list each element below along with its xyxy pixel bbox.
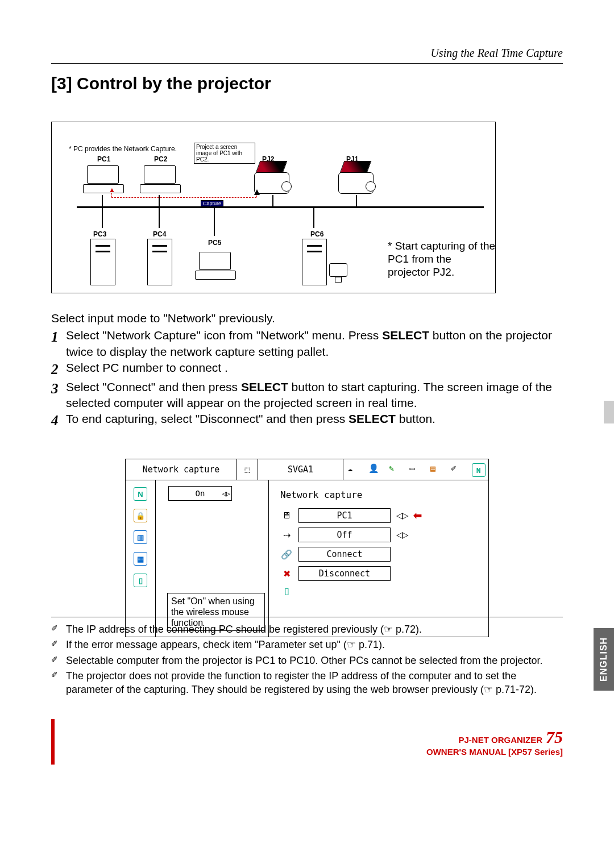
page-icon: ▯ xyxy=(134,574,147,587)
nav-lr-icon: ◁▷ xyxy=(222,489,229,498)
signal-icon: ⇢ xyxy=(280,530,293,540)
side-caption-leader xyxy=(370,206,484,207)
screen2-icon: ▦ xyxy=(134,552,147,566)
page-number: 75 xyxy=(546,728,563,746)
osd-row-page: ▯ xyxy=(280,585,477,596)
tower-pc-icon xyxy=(90,239,115,285)
n-icon: N xyxy=(134,487,147,501)
osd-center-panel: On ◁▷ Set "On" when using the wireless m… xyxy=(156,480,269,637)
hand-icon: ✐ xyxy=(51,623,61,636)
label-pc6: PC6 xyxy=(310,230,323,238)
nav-lr-icon: ◁▷ xyxy=(396,530,408,540)
step-2: 2 Select PC number to connect . xyxy=(51,360,563,379)
connect-icon: 🔗 xyxy=(280,549,293,559)
footnote-4: ✐The projector does not provide the func… xyxy=(51,670,563,696)
diagram-pc-note: * PC provides the Network Capture. xyxy=(69,145,177,153)
projector-icon xyxy=(336,164,376,196)
screen1-icon: ▥ xyxy=(134,530,147,544)
osd-topbar-mode: SVGA1 xyxy=(258,459,343,480)
language-tab: ENGLISH xyxy=(594,628,614,691)
tower-pc-icon xyxy=(302,239,327,285)
osd-row-disconnect: ✖ Disconnect xyxy=(280,566,477,581)
footnote-1: ✐The IP address of the connecting PC sho… xyxy=(51,623,563,636)
person-icon: 👤 xyxy=(368,463,381,476)
laptop-icon xyxy=(140,165,180,195)
osd-left-icons: N 🔒 ▥ ▦ ▯ xyxy=(126,480,156,637)
osd-screenshot: Network capture ⬚ SVGA1 ☁ 👤 ✎ ▭ ▤ ✐ N N … xyxy=(125,459,489,637)
label-pc4: PC4 xyxy=(153,230,166,238)
step-3: 3 Select "Connect" and then press SELECT… xyxy=(51,379,563,412)
tower-pc-icon xyxy=(147,239,172,285)
intro-text: Select input mode to "Network" previousl… xyxy=(51,310,563,326)
disconnect-icon: ✖ xyxy=(280,568,293,579)
label-pc3: PC3 xyxy=(93,230,106,238)
footnote-rule xyxy=(51,617,563,617)
screen-icon: ▭ xyxy=(409,463,422,476)
diagram-project-note: Project a screen image of PC1 with PC2. xyxy=(194,143,255,164)
red-path xyxy=(111,197,256,198)
monitor-icon xyxy=(329,263,347,277)
label-pc5: PC5 xyxy=(208,239,221,247)
step-4: 4 To end capturing, select "Disconnect" … xyxy=(51,411,563,430)
osd-topbar-icons: ☁ 👤 ✎ ▭ ▤ ✐ N xyxy=(343,459,488,480)
lock-icon: 🔒 xyxy=(134,509,147,522)
header-breadcrumb: Using the Real Time Capture xyxy=(51,47,563,60)
nav-lr-icon: ◁▷ xyxy=(396,510,408,521)
red-arrowhead-icon: ▲ xyxy=(109,186,115,194)
page-icon: ▯ xyxy=(280,585,293,596)
red-margin-strip xyxy=(51,719,55,765)
osd-topbar-icon: ⬚ xyxy=(237,459,258,480)
monitor-icon: 🖥 xyxy=(280,510,293,521)
hand-icon: ✐ xyxy=(51,670,61,696)
laptop-icon xyxy=(83,165,123,195)
section-title: [3] Control by the projector xyxy=(51,74,563,93)
capture-button-label: Capture xyxy=(201,200,223,207)
label-pc1: PC1 xyxy=(97,155,110,163)
osd-right-panel: Network capture 🖥 PC1 ◁▷ ⬅ ⇢ Off ◁▷ 🔗 Co… xyxy=(269,480,488,637)
diagram-side-caption: * Start capturing of the PC1 from the pr… xyxy=(388,240,496,279)
osd-topbar-title: Network capture xyxy=(126,459,237,480)
arrow-up-icon xyxy=(254,189,260,195)
hand-icon: ✐ xyxy=(51,654,61,667)
label-pc2: PC2 xyxy=(154,155,167,163)
osd-row-connect: 🔗 Connect xyxy=(280,547,477,562)
list-icon: ▤ xyxy=(430,463,443,476)
step-1: 1 Select "Network Capture" icon from "Ne… xyxy=(51,327,563,360)
red-left-arrow-icon: ⬅ xyxy=(413,509,422,522)
footnote-3: ✐Selectable computer from the projector … xyxy=(51,654,563,667)
osd-row-pc: 🖥 PC1 ◁▷ ⬅ xyxy=(280,508,477,523)
footer-product: PJ-NET ORGANIZER75 OWNER'S MANUAL [XP57 … xyxy=(426,728,563,757)
osd-panel-title: Network capture xyxy=(280,489,477,500)
osd-topbar: Network capture ⬚ SVGA1 ☁ 👤 ✎ ▭ ▤ ✐ N xyxy=(125,459,489,480)
steps-list: 1 Select "Network Capture" icon from "Ne… xyxy=(51,327,563,430)
footnote-2: ✐If the error message appears, check ite… xyxy=(51,638,563,651)
header-rule xyxy=(51,63,563,64)
hand-icon: ✐ xyxy=(51,638,61,651)
cloud-icon: ☁ xyxy=(347,463,360,476)
osd-on-field: On ◁▷ xyxy=(168,486,232,501)
footnotes-block: ✐The IP address of the connecting PC sho… xyxy=(51,617,563,699)
laptop-icon xyxy=(195,252,235,281)
network-n-icon: N xyxy=(472,463,484,476)
brush-icon: ✎ xyxy=(389,463,401,476)
gray-margin-strip xyxy=(604,401,614,423)
pen-icon: ✐ xyxy=(451,463,463,476)
osd-row-off: ⇢ Off ◁▷ xyxy=(280,528,477,542)
footer-manual: OWNER'S MANUAL [XP57 Series] xyxy=(426,747,563,757)
